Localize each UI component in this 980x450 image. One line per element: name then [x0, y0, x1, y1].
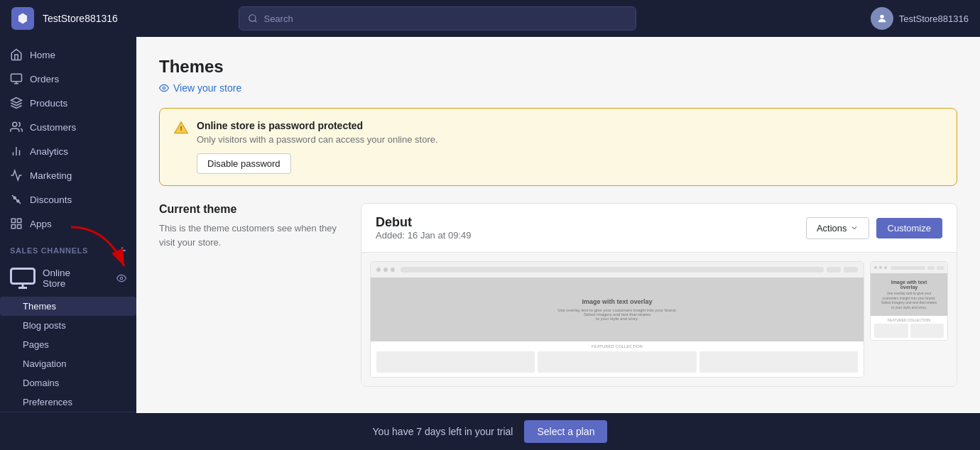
search-icon [248, 13, 258, 23]
chevron-down-icon [850, 224, 859, 232]
svg-point-1 [880, 15, 883, 18]
top-right-store-text: TestStore881316 [899, 13, 969, 24]
svg-rect-13 [11, 225, 15, 229]
svg-point-0 [249, 15, 256, 21]
main-layout: Home Orders Products Customers Analytics… [0, 37, 980, 413]
sidebar-item-marketing[interactable]: Marketing [0, 163, 136, 187]
online-store-icon [10, 265, 36, 291]
sub-item-label-domains: Domains [23, 378, 59, 388]
store-name: TestStore881316 [43, 13, 118, 24]
sidebar-label-customers: Customers [30, 122, 76, 133]
sidebar-label-home: Home [30, 50, 55, 60]
add-sales-channel-button[interactable]: + [119, 244, 126, 257]
sidebar-sub-item-themes[interactable]: Themes [0, 297, 136, 316]
top-right: TestStore881316 [871, 7, 969, 30]
sidebar-sub-item-navigation[interactable]: Navigation [0, 354, 136, 373]
apps-icon [10, 217, 23, 230]
sidebar-item-apps[interactable]: Apps [0, 212, 136, 236]
select-plan-button[interactable]: Select a plan [524, 420, 607, 443]
svg-rect-11 [11, 219, 15, 222]
preview-hero: Image with text overlay Use overlay text… [371, 278, 864, 341]
trial-text: You have 7 days left in your trial [373, 426, 513, 437]
sidebar-sub-item-blog-posts[interactable]: Blog posts [0, 316, 136, 335]
products-icon [10, 97, 23, 109]
current-theme-desc: This is the theme customers see when the… [159, 221, 344, 249]
search-bar[interactable] [239, 6, 636, 31]
svg-point-16 [120, 277, 123, 280]
svg-rect-15 [11, 269, 35, 284]
svg-text:!: ! [180, 125, 182, 132]
sidebar-sub-item-pages[interactable]: Pages [0, 335, 136, 354]
store-logo [11, 7, 34, 30]
preview-sidebar-small: Image with textoverlay Use overlay text … [870, 261, 948, 378]
orders-icon [10, 72, 23, 85]
sidebar-label-apps: Apps [30, 219, 52, 229]
themes-section: Current theme This is the theme customer… [159, 203, 957, 387]
theme-name: Debut [376, 215, 471, 230]
svg-point-19 [163, 87, 165, 89]
preview-main: Image with text overlay Use overlay text… [370, 261, 864, 378]
online-store-label: Online Store [43, 268, 70, 289]
sidebar-item-home[interactable]: Home [0, 43, 136, 67]
sidebar-item-products[interactable]: Products [0, 91, 136, 115]
theme-added: Added: 16 Jan at 09:49 [376, 230, 471, 241]
home-icon [10, 48, 23, 61]
current-theme-label: Current theme [159, 203, 344, 216]
sub-item-label-pages: Pages [23, 339, 49, 350]
sidebar-label-marketing: Marketing [30, 170, 72, 181]
view-store-text: View your store [173, 82, 241, 94]
current-theme-left: Current theme This is the theme customer… [159, 203, 344, 387]
svg-point-4 [13, 122, 17, 126]
top-bar: TestStore881316 TestStore881316 [0, 0, 980, 37]
alert-banner: ! Online store is password protected Onl… [159, 108, 957, 186]
customize-button[interactable]: Customize [876, 218, 942, 238]
sub-item-label-blog: Blog posts [23, 320, 66, 331]
svg-marker-3 [11, 98, 22, 104]
analytics-icon [10, 145, 23, 158]
svg-rect-14 [18, 225, 21, 229]
sales-channels-section: SALES CHANNELS + [0, 236, 136, 260]
svg-line-10 [12, 195, 21, 204]
disable-password-button[interactable]: Disable password [197, 153, 291, 174]
sub-item-label-navigation: Navigation [23, 358, 66, 369]
discounts-icon [10, 193, 23, 206]
preview-card-top: Image with textoverlay Use overlay text … [870, 261, 948, 341]
sub-item-label-preferences: Preferences [23, 397, 72, 407]
sidebar-item-orders[interactable]: Orders [0, 67, 136, 91]
bottom-bar: You have 7 days left in your trial Selec… [0, 413, 980, 450]
sidebar-label-discounts: Discounts [30, 194, 72, 205]
preview-top-bar [371, 262, 864, 278]
eye-icon [116, 273, 126, 283]
theme-actions: Actions Customize [806, 217, 942, 239]
svg-rect-12 [18, 219, 21, 222]
alert-title: Online store is password protected [197, 120, 438, 131]
sidebar-item-online-store[interactable]: Online Store [0, 260, 136, 297]
sidebar-label-analytics: Analytics [30, 146, 68, 157]
theme-card: Debut Added: 16 Jan at 09:49 Actions Cus… [361, 203, 957, 387]
alert-text: Only visitors with a password can access… [197, 134, 438, 145]
search-input[interactable] [263, 13, 627, 24]
avatar[interactable] [871, 7, 893, 30]
preview-collection: FEATURED COLLECTION [371, 341, 864, 377]
theme-card-header: Debut Added: 16 Jan at 09:49 Actions Cus… [361, 204, 957, 253]
content-area: Themes View your store ! Online store is… [136, 37, 980, 413]
sidebar-item-customers[interactable]: Customers [0, 115, 136, 139]
sidebar-label-orders: Orders [30, 74, 59, 84]
sales-channels-label: SALES CHANNELS [10, 246, 88, 255]
svg-rect-2 [11, 74, 22, 82]
actions-button[interactable]: Actions [806, 217, 869, 239]
sidebar-label-products: Products [30, 98, 67, 109]
sidebar: Home Orders Products Customers Analytics… [0, 37, 136, 413]
customers-icon [10, 121, 23, 133]
sidebar-item-discounts[interactable]: Discounts [0, 187, 136, 212]
page-title: Themes [159, 57, 957, 77]
sub-item-label-themes: Themes [23, 301, 56, 312]
sidebar-item-analytics[interactable]: Analytics [0, 139, 136, 163]
theme-preview: Image with text overlay Use overlay text… [361, 253, 957, 386]
sidebar-sub-item-domains[interactable]: Domains [0, 373, 136, 393]
view-store-link[interactable]: View your store [159, 82, 957, 94]
marketing-icon [10, 169, 23, 182]
alert-icon: ! [174, 121, 188, 135]
eye-icon-main [159, 83, 169, 93]
sidebar-sub-item-preferences[interactable]: Preferences [0, 393, 136, 412]
